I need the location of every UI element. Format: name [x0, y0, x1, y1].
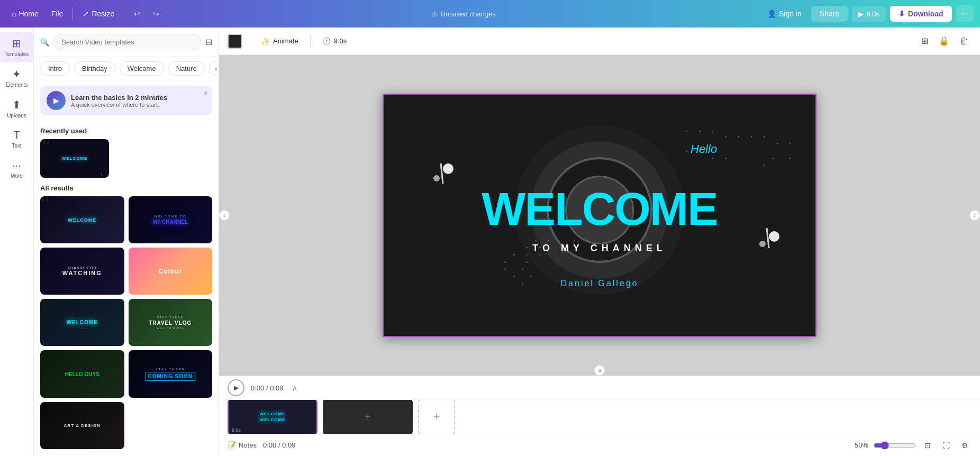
main-area: ⊞ Templates ✦ Elements ⬆ Uploads T Text …: [0, 28, 980, 456]
uploads-icon: ⬆: [12, 98, 21, 111]
chip-nature[interactable]: Nature: [168, 61, 205, 76]
thumb-play-1[interactable]: ▶: [42, 235, 47, 241]
canvas-name[interactable]: Daniel Gallego: [561, 279, 639, 288]
filter-button[interactable]: ⊟: [205, 37, 212, 47]
trash-icon: 🗑: [960, 37, 968, 45]
timeline-play-button[interactable]: ▶: [228, 379, 244, 396]
fit-view-button[interactable]: ⊡: [921, 439, 934, 452]
thumb-play-5[interactable]: ▶: [42, 338, 47, 344]
sidebar-item-uploads[interactable]: ⬆ Uploads: [0, 93, 33, 124]
add-slide-button[interactable]: +: [418, 400, 455, 434]
thumb-dots-8[interactable]: ⋮⋮: [199, 390, 210, 396]
sidebar-item-elements[interactable]: ✦ Elements: [0, 62, 33, 93]
template-item-7[interactable]: HELLO GUYS ▶ ⋮⋮: [40, 350, 124, 397]
template-item-4[interactable]: Colour ▶ ⋮⋮: [129, 248, 213, 295]
thumb-dots-1[interactable]: ⋮⋮: [112, 235, 122, 241]
trash-button[interactable]: 🗑: [957, 33, 972, 49]
chip-welcome[interactable]: Welcome: [120, 61, 164, 76]
canvas-hello[interactable]: Hello: [691, 142, 717, 156]
thumb-play[interactable]: ▶: [42, 167, 49, 177]
thumb-dots-9[interactable]: ⋮⋮: [112, 441, 122, 447]
color-swatch[interactable]: [228, 34, 242, 49]
zoom-slider[interactable]: [874, 441, 916, 450]
template-item-9[interactable]: ART & DESIGN ▶ ⋮⋮: [40, 402, 124, 449]
play-button[interactable]: ▶ 9.0s: [852, 6, 886, 22]
separator: [124, 7, 124, 20]
file-button[interactable]: File: [46, 6, 69, 21]
lock-button[interactable]: 🔒: [936, 33, 952, 49]
grid-button[interactable]: ⊞: [918, 33, 931, 49]
resize-button[interactable]: ⤢ Resize: [77, 6, 120, 21]
template-item-2[interactable]: WELCOME TO MY CHANNEL ▶ ⋮⋮: [129, 196, 213, 243]
collapse-right-btn[interactable]: ›: [969, 210, 980, 221]
download-button[interactable]: ⬇ Download: [890, 6, 952, 22]
signin-button[interactable]: 👤 Sign in: [762, 6, 807, 21]
timeline-expand-button[interactable]: ∧: [289, 381, 300, 395]
template-item-1[interactable]: ⋮⋮ WELCOME ▶ ⋮⋮: [40, 196, 124, 243]
fullscreen-button[interactable]: ⛶: [939, 439, 953, 452]
canvas-welcome[interactable]: WELCOME: [482, 182, 718, 236]
collapse-left-arrow[interactable]: ‹: [219, 210, 230, 221]
timeline-controls: ▶ 0:00 / 0:09 ∧: [219, 376, 980, 400]
collapse-bottom-arrow[interactable]: ∨: [594, 365, 605, 376]
thumb-dots-7[interactable]: ⋮⋮: [112, 390, 122, 396]
share-button[interactable]: Share: [811, 6, 848, 22]
recently-used-thumb[interactable]: ⋮⋮ WELCOME ▶ ⋮⋮: [40, 139, 109, 178]
collapse-right-arrow[interactable]: ›: [969, 210, 980, 221]
thumb-play-3[interactable]: ▶: [42, 287, 47, 293]
notes-button[interactable]: 📝 Notes: [228, 441, 257, 449]
chip-more-button[interactable]: ›: [209, 61, 219, 76]
animate-button[interactable]: ✨ Animate: [256, 34, 304, 49]
thumb-dots-4[interactable]: ⋮⋮: [199, 287, 210, 293]
slide-thumb-1[interactable]: WELCOME WELCOME 9.0s ⋮ ⋮ ⋮: [228, 400, 317, 434]
undo-button[interactable]: ↩: [129, 6, 146, 21]
thumb-dots-3[interactable]: ⋮⋮: [112, 287, 122, 293]
canvas-subtitle[interactable]: TO MY CHANNEL: [532, 243, 666, 254]
topbar-left: ⌂ Home File ⤢ Resize ↩ ↪: [6, 6, 165, 21]
thumb-play-2[interactable]: ▶: [131, 235, 135, 241]
template-item-8[interactable]: STAY THERE COMING SOON ▶ ⋮⋮: [129, 350, 213, 397]
template-item-6[interactable]: STAY THERE TRAVEL VLOG WE FIND WRITE ▶ ⋮…: [129, 299, 213, 346]
canvas-frame[interactable]: Hello WELCOME TO MY CHANNEL Daniel Galle…: [383, 94, 816, 337]
svg-line-2: [441, 163, 443, 184]
chip-birthday[interactable]: Birthday: [74, 61, 115, 76]
learn-close-button[interactable]: ×: [204, 89, 208, 97]
download-icon: ⬇: [899, 10, 905, 18]
lock-icon: 🔒: [939, 37, 949, 45]
search-input[interactable]: [53, 34, 201, 50]
templates-icon: ⊞: [12, 37, 21, 50]
redo-button[interactable]: ↪: [148, 6, 165, 21]
panel-scroll: Recently used ⋮⋮ WELCOME ▶ ⋮⋮ All result…: [34, 121, 219, 456]
template-item-5[interactable]: - - - - - - WELCOME - - - - - - ▶ ⋮⋮: [40, 299, 124, 346]
thumb-dots-6[interactable]: ⋮⋮: [199, 338, 210, 344]
thumb-dots-2[interactable]: ⋮⋮: [199, 235, 210, 241]
topbar: ⌂ Home File ⤢ Resize ↩ ↪ ⚠ Unsaved chang…: [0, 0, 980, 28]
template-grid: ⋮⋮ WELCOME ▶ ⋮⋮ WELCOME TO MY CHANNEL ▶: [40, 196, 212, 449]
thumb-play-4[interactable]: ▶: [131, 287, 135, 293]
template-item-3[interactable]: THANKS FOR WATCHING ▶ ⋮⋮: [40, 248, 124, 295]
duration-button[interactable]: 🕐 9.0s: [317, 34, 352, 48]
home-button[interactable]: ⌂ Home: [6, 6, 44, 21]
collapse-left-btn[interactable]: ‹: [219, 210, 230, 221]
thumb-play-8[interactable]: ▶: [131, 390, 135, 396]
collapse-bottom-btn[interactable]: ∨: [594, 365, 605, 376]
chip-intro[interactable]: Intro: [40, 61, 70, 76]
sidebar-item-more[interactable]: ··· More: [0, 154, 33, 184]
sidebar-item-templates[interactable]: ⊞ Templates: [0, 32, 33, 62]
thumb-play-9[interactable]: ▶: [42, 441, 47, 447]
more-options-button[interactable]: ···: [956, 5, 974, 22]
slide-thumb-2[interactable]: +: [323, 400, 413, 434]
filter-chips: Intro Birthday Welcome Nature ›: [34, 57, 219, 80]
undo-icon: ↩: [134, 10, 140, 18]
settings-button[interactable]: ⚙: [958, 439, 972, 452]
status-time-display: 0:00 / 0:09: [263, 441, 295, 449]
grid-icon: ⊞: [921, 37, 928, 45]
deco-slash-left: [426, 158, 458, 192]
thumb-play-6[interactable]: ▶: [131, 338, 135, 344]
thumb-dots-5[interactable]: ⋮⋮: [112, 338, 122, 344]
sidebar-item-text[interactable]: T Text: [0, 124, 33, 154]
clock-icon: 🕐: [322, 37, 331, 45]
slide-text-1b: WELCOME: [260, 417, 286, 422]
svg-point-0: [443, 163, 453, 174]
thumb-play-7[interactable]: ▶: [42, 390, 47, 396]
